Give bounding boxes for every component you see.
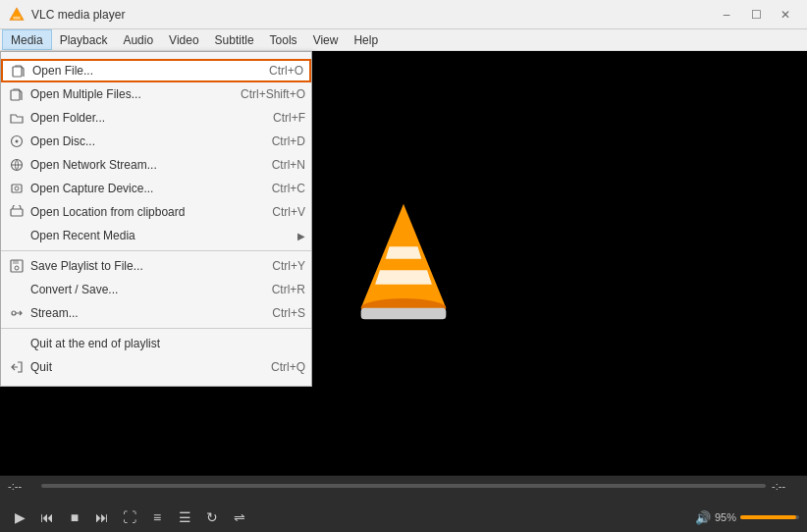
dropdown-item-save-playlist[interactable]: Save Playlist to File...Ctrl+Y bbox=[1, 254, 311, 278]
open-file-shortcut: Ctrl+O bbox=[269, 64, 303, 78]
open-capture-icon bbox=[7, 179, 27, 198]
quit-shortcut: Ctrl+Q bbox=[271, 360, 305, 374]
dropdown-item-quit-end[interactable]: Quit at the end of playlist bbox=[1, 332, 311, 355]
dropdown-item-open-location[interactable]: Open Location from clipboardCtrl+V bbox=[1, 200, 311, 224]
maximize-button[interactable]: ☐ bbox=[742, 4, 770, 26]
svg-rect-8 bbox=[12, 185, 22, 192]
menubar-item-audio[interactable]: Audio bbox=[115, 29, 161, 50]
dropdown-item-stream[interactable]: Stream...Ctrl+S bbox=[1, 301, 311, 325]
controls-row: ▶ ⏮ ■ ⏭ ⛶ ≡ ☰ ↻ ⇌ 🔊 95% bbox=[8, 506, 799, 528]
svg-marker-16 bbox=[375, 270, 432, 284]
quit-end-icon bbox=[7, 334, 27, 353]
svg-point-13 bbox=[15, 266, 19, 270]
stop-button[interactable]: ■ bbox=[63, 506, 86, 528]
open-disc-label: Open Disc... bbox=[30, 134, 252, 148]
quit-end-label: Quit at the end of playlist bbox=[30, 337, 305, 350]
volume-bar[interactable] bbox=[740, 515, 799, 519]
main-area: Open File...Ctrl+OOpen Multiple Files...… bbox=[0, 51, 807, 475]
menubar-item-media[interactable]: Media bbox=[2, 29, 52, 50]
dropdown-item-convert[interactable]: Convert / Save...Ctrl+R bbox=[1, 278, 311, 301]
dropdown-item-open-capture[interactable]: Open Capture Device...Ctrl+C bbox=[1, 177, 311, 200]
menubar-item-tools[interactable]: Tools bbox=[262, 29, 305, 50]
convert-shortcut: Ctrl+R bbox=[272, 283, 305, 296]
close-button[interactable]: ✕ bbox=[772, 4, 799, 26]
dropdown-item-open-file[interactable]: Open File...Ctrl+O bbox=[1, 59, 311, 82]
menubar-item-help[interactable]: Help bbox=[346, 29, 386, 50]
open-capture-shortcut: Ctrl+C bbox=[272, 182, 305, 195]
dropdown-item-open-disc[interactable]: Open Disc...Ctrl+D bbox=[1, 130, 311, 153]
stream-label: Stream... bbox=[30, 306, 252, 320]
open-multiple-label: Open Multiple Files... bbox=[30, 87, 221, 101]
save-playlist-icon bbox=[7, 256, 27, 276]
open-file-label: Open File... bbox=[32, 64, 249, 78]
volume-area: 🔊 95% bbox=[695, 510, 799, 525]
progress-row: -:-- -:-- bbox=[8, 480, 799, 492]
play-button[interactable]: ▶ bbox=[8, 506, 31, 528]
menubar-item-subtitle[interactable]: Subtitle bbox=[207, 29, 262, 50]
bottom-controls: -:-- -:-- ▶ ⏮ ■ ⏭ ⛶ ≡ ☰ ↻ ⇌ 🔊 95% bbox=[0, 475, 807, 532]
titlebar-controls: – ☐ ✕ bbox=[713, 4, 799, 26]
fullscreen-button[interactable]: ⛶ bbox=[118, 506, 141, 528]
svg-point-5 bbox=[16, 140, 19, 143]
open-network-label: Open Network Stream... bbox=[30, 158, 252, 172]
open-folder-icon bbox=[7, 108, 27, 128]
svg-rect-2 bbox=[13, 67, 22, 77]
titlebar-left: VLC media player bbox=[8, 6, 125, 24]
random-button[interactable]: ⇌ bbox=[228, 506, 251, 528]
svg-rect-1 bbox=[13, 16, 20, 19]
convert-icon bbox=[7, 280, 27, 299]
convert-label: Convert / Save... bbox=[30, 283, 252, 296]
minimize-button[interactable]: – bbox=[713, 4, 740, 26]
volume-fill bbox=[740, 515, 796, 519]
open-network-icon bbox=[7, 155, 27, 175]
svg-rect-10 bbox=[11, 209, 23, 216]
open-location-icon bbox=[7, 202, 27, 222]
playlist-button[interactable]: ☰ bbox=[173, 506, 196, 528]
open-folder-shortcut: Ctrl+F bbox=[273, 111, 305, 125]
vlc-logo-icon bbox=[8, 6, 26, 24]
svg-point-9 bbox=[15, 186, 19, 190]
vlc-cone-icon bbox=[350, 199, 457, 327]
extended-button[interactable]: ≡ bbox=[145, 506, 169, 528]
open-recent-arrow: ▶ bbox=[297, 231, 305, 241]
dropdown-item-open-folder[interactable]: Open Folder...Ctrl+F bbox=[1, 106, 311, 130]
menubar: MediaPlaybackAudioVideoSubtitleToolsView… bbox=[0, 29, 807, 51]
menubar-item-video[interactable]: Video bbox=[161, 29, 206, 50]
dropdown-item-open-network[interactable]: Open Network Stream...Ctrl+N bbox=[1, 153, 311, 177]
menubar-item-view[interactable]: View bbox=[305, 29, 347, 50]
stream-icon bbox=[7, 303, 27, 323]
save-playlist-label: Save Playlist to File... bbox=[30, 259, 252, 273]
open-location-label: Open Location from clipboard bbox=[30, 205, 252, 219]
window-title: VLC media player bbox=[31, 8, 125, 22]
titlebar: VLC media player – ☐ ✕ bbox=[0, 0, 807, 29]
time-remaining: -:-- bbox=[772, 480, 799, 492]
quit-label: Quit bbox=[30, 360, 251, 374]
dropdown-item-quit[interactable]: QuitCtrl+Q bbox=[1, 355, 311, 379]
open-disc-shortcut: Ctrl+D bbox=[272, 134, 305, 148]
open-location-shortcut: Ctrl+V bbox=[272, 205, 305, 219]
skip-forward-button[interactable]: ⏭ bbox=[90, 506, 114, 528]
time-elapsed: -:-- bbox=[8, 480, 35, 492]
media-dropdown: Open File...Ctrl+OOpen Multiple Files...… bbox=[0, 51, 312, 387]
save-playlist-shortcut: Ctrl+Y bbox=[272, 259, 305, 273]
svg-rect-3 bbox=[11, 90, 20, 100]
dropdown-item-open-recent[interactable]: Open Recent Media▶ bbox=[1, 224, 311, 247]
open-folder-label: Open Folder... bbox=[30, 111, 253, 125]
dropdown-item-open-multiple[interactable]: Open Multiple Files...Ctrl+Shift+O bbox=[1, 82, 311, 106]
menubar-item-playback[interactable]: Playback bbox=[52, 29, 116, 50]
svg-point-14 bbox=[12, 311, 16, 315]
stream-shortcut: Ctrl+S bbox=[272, 306, 305, 320]
progress-bar[interactable] bbox=[41, 484, 766, 488]
open-file-icon bbox=[9, 61, 28, 80]
open-multiple-shortcut: Ctrl+Shift+O bbox=[241, 87, 305, 101]
open-recent-icon bbox=[7, 226, 27, 245]
svg-rect-12 bbox=[13, 260, 19, 264]
svg-marker-17 bbox=[386, 246, 422, 259]
open-network-shortcut: Ctrl+N bbox=[272, 158, 305, 172]
skip-back-button[interactable]: ⏮ bbox=[35, 506, 59, 528]
open-disc-icon bbox=[7, 132, 27, 151]
open-multiple-icon bbox=[7, 84, 27, 104]
open-capture-label: Open Capture Device... bbox=[30, 182, 252, 195]
volume-icon-button[interactable]: 🔊 bbox=[695, 510, 711, 525]
loop-button[interactable]: ↻ bbox=[200, 506, 224, 528]
